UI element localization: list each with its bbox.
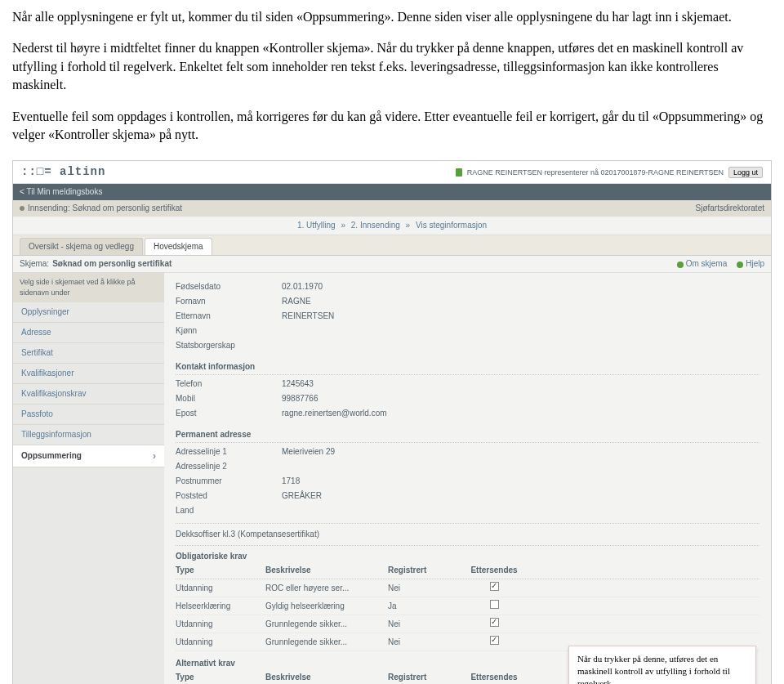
show-step-info-link[interactable]: Vis steginformasjon: [416, 221, 487, 230]
step-2: 2. Innsending: [351, 221, 400, 230]
cell-type: Helseerklæring: [176, 601, 265, 612]
section-adresse: Permanent adresse: [176, 429, 760, 443]
label-etternavn: Etternavn: [176, 311, 282, 322]
cell-ettersendes: [461, 618, 527, 630]
cell-desc: Grunnlegende sikker...: [265, 619, 388, 630]
section-obligatoriske: Obligatoriske krav: [176, 551, 760, 562]
label-statsborgerskap: Statsborgerskap: [176, 340, 282, 351]
cell-reg: Ja: [388, 601, 461, 612]
schema-label: Skjema:: [20, 258, 49, 270]
label-epost: Epost: [176, 408, 282, 419]
table-header: Type Beskrivelse Registrert Ettersendes: [176, 562, 760, 579]
table-row: UtdanningROC eller høyere ser...Nei: [176, 579, 760, 597]
cell-reg: Nei: [388, 637, 461, 648]
sidebar-header: Velg side i skjemaet ved å klikke på sid…: [13, 273, 164, 302]
value-postnr: 1718: [282, 476, 300, 487]
agency-name: Sjøfartsdirektoratet: [696, 203, 764, 214]
instruction-paragraph-1: Når alle opplysningene er fylt ut, komme…: [12, 8, 772, 26]
submission-bar: Innsending: Søknad om personlig sertifik…: [13, 200, 771, 217]
col-desc: Beskrivelse: [265, 565, 388, 576]
label-kjonn: Kjønn: [176, 325, 282, 337]
cell-type: Utdanning: [176, 619, 265, 630]
altinn-logo: ::□= altinn: [21, 164, 105, 181]
label-postnr: Postnummer: [176, 476, 282, 487]
table-row: UtdanningGrunnlegende sikker...Nei: [176, 615, 760, 633]
lock-icon: [456, 168, 462, 177]
main-panel: Fødselsdato02.01.1970 FornavnRAGNE Etter…: [164, 273, 771, 684]
sidebar-item-adresse[interactable]: Adresse: [13, 323, 164, 343]
label-mobil: Mobil: [176, 393, 282, 405]
help-link[interactable]: Hjelp: [737, 258, 764, 270]
value-telefon: 1245643: [282, 378, 314, 390]
cell-reg: Nei: [388, 583, 461, 594]
cell-ettersendes: [461, 582, 527, 594]
user-info: RAGNE REINERTSEN representerer nå 020170…: [467, 168, 724, 178]
label-land: Land: [176, 505, 282, 516]
tab-main-schema[interactable]: Hovedskjema: [145, 238, 212, 255]
checkbox-icon: [490, 582, 499, 591]
logout-button[interactable]: Logg ut: [728, 167, 763, 178]
callout-box: Når du trykker på denne, utføres det en …: [568, 646, 756, 684]
sidebar-item-oppsummering[interactable]: Oppsummering: [13, 445, 164, 468]
cell-type: Utdanning: [176, 637, 265, 648]
step-1: 1. Utfylling: [297, 221, 336, 230]
checkbox-icon: [490, 600, 499, 609]
col-type: Type: [176, 672, 265, 683]
cell-type: Utdanning: [176, 583, 265, 594]
col-etter: Ettersendes: [461, 672, 527, 683]
cell-ettersendes: [461, 600, 527, 612]
checkbox-icon: [490, 618, 499, 627]
submission-title: Innsending: Søknad om personlig sertifik…: [28, 203, 182, 214]
callout-text: Når du trykker på denne, utføres det en …: [577, 654, 744, 684]
schema-value: Søknad om personlig sertifikat: [52, 258, 172, 270]
sidebar-item-kvalifikasjoner[interactable]: Kvalifikasjoner: [13, 364, 164, 384]
schema-title-row: Skjema: Søknad om personlig sertifikat O…: [13, 256, 771, 273]
sidebar: Velg side i skjemaet ved å klikke på sid…: [13, 273, 164, 684]
value-adresse1: Meieriveien 29: [282, 446, 335, 458]
value-epost: ragne.reinertsen@world.com: [282, 408, 387, 419]
step-arrow-icon: »: [406, 221, 411, 230]
certificate-line: Dekksoffiser kl.3 (Kompetansesertifikat): [176, 529, 760, 540]
col-reg: Registrert: [388, 565, 461, 576]
col-etter: Ettersendes: [461, 565, 527, 576]
sidebar-item-opplysninger[interactable]: Opplysninger: [13, 302, 164, 323]
about-schema-link[interactable]: Om skjema: [677, 258, 728, 270]
checkbox-icon: [490, 636, 499, 645]
section-kontakt: Kontakt informasjon: [176, 361, 760, 375]
label-telefon: Telefon: [176, 378, 282, 390]
table-row: HelseerklæringGyldig helseerklæringJa: [176, 597, 760, 615]
label-poststed: Poststed: [176, 490, 282, 502]
back-to-inbox-link[interactable]: < Til Min meldingsboks: [13, 184, 771, 200]
sidebar-item-sertifikat[interactable]: Sertifikat: [13, 343, 164, 364]
label-adresse1: Adresselinje 1: [176, 446, 282, 458]
instruction-paragraph-2: Nederst til høyre i midtfeltet finner du…: [12, 39, 772, 94]
cell-reg: Nei: [388, 619, 461, 630]
label-adresse2: Adresselinje 2: [176, 461, 282, 472]
value-poststed: GREÅKER: [282, 490, 322, 502]
instruction-paragraph-3: Eventuelle feil som oppdages i kontrolle…: [12, 108, 772, 145]
top-bar: ::□= altinn RAGNE REINERTSEN representer…: [13, 161, 771, 184]
value-fodselsdato: 02.01.1970: [282, 281, 323, 293]
cell-desc: Gyldig helseerklæring: [265, 601, 388, 612]
bullet-icon: [20, 206, 24, 211]
wizard-steps: 1. Utfylling » 2. Innsending » Vis stegi…: [13, 217, 771, 235]
step-arrow-icon: »: [341, 221, 345, 230]
col-desc: Beskrivelse: [265, 672, 388, 683]
cell-ettersendes: [461, 636, 527, 648]
cell-desc: ROC eller høyere ser...: [265, 583, 388, 594]
value-mobil: 99887766: [282, 393, 318, 405]
value-fornavn: RAGNE: [282, 296, 311, 307]
app-screenshot: ::□= altinn RAGNE REINERTSEN representer…: [12, 160, 772, 684]
sidebar-item-tilleggsinformasjon[interactable]: Tilleggsinformasjon: [13, 425, 164, 445]
label-fornavn: Fornavn: [176, 296, 282, 307]
value-etternavn: REINERTSEN: [282, 311, 334, 322]
tab-row: Oversikt - skjema og vedlegg Hovedskjema: [13, 235, 771, 256]
col-type: Type: [176, 565, 265, 576]
cell-desc: Grunnlegende sikker...: [265, 637, 388, 648]
tab-overview[interactable]: Oversikt - skjema og vedlegg: [20, 238, 143, 255]
col-reg: Registrert: [388, 672, 461, 683]
sidebar-item-passfoto[interactable]: Passfoto: [13, 405, 164, 425]
sidebar-item-kvalifikasjonskrav[interactable]: Kvalifikasjonskrav: [13, 384, 164, 405]
label-fodselsdato: Fødselsdato: [176, 281, 282, 293]
